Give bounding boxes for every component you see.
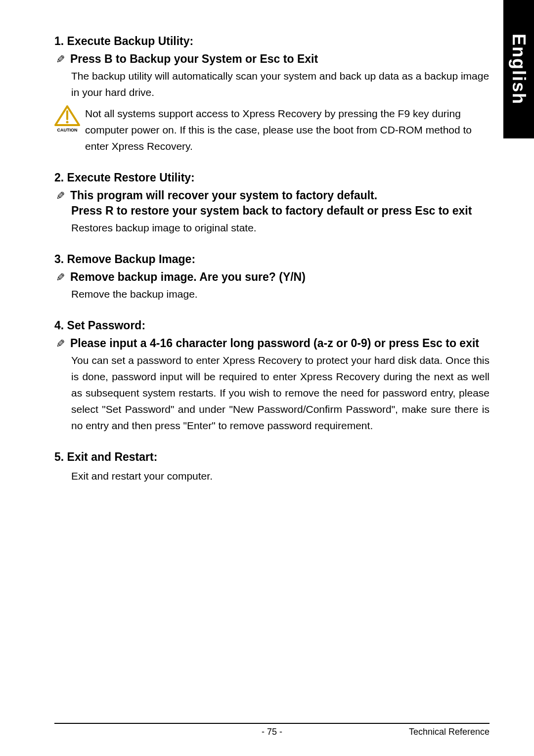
section-4-title: 4. Set Password: bbox=[54, 319, 490, 332]
section-3-title: 3. Remove Backup Image: bbox=[54, 253, 490, 266]
section-backup: 1. Execute Backup Utility: ✎ Press B to … bbox=[54, 35, 490, 154]
svg-point-2 bbox=[66, 121, 69, 124]
caution-icon: CAUTION bbox=[54, 105, 80, 135]
footer-row: - 75 - Technical Reference bbox=[54, 727, 490, 737]
section-4-subtitle: Please input a 4-16 character long passw… bbox=[70, 336, 479, 350]
section-2-sub-row: ✎ This program will recover your system … bbox=[54, 188, 490, 202]
section-4-body: You can set a password to enter Xpress R… bbox=[71, 352, 490, 434]
footer-divider bbox=[54, 723, 490, 724]
section-1-sub-row: ✎ Press B to Backup your System or Esc t… bbox=[54, 52, 490, 66]
page-footer: - 75 - Technical Reference bbox=[54, 723, 490, 737]
section-remove: 3. Remove Backup Image: ✎ Remove backup … bbox=[54, 253, 490, 302]
pencil-icon: ✎ bbox=[53, 271, 67, 282]
section-2-title: 2. Execute Restore Utility: bbox=[54, 171, 490, 184]
language-tab-label: English bbox=[508, 34, 529, 105]
section-1-title: 1. Execute Backup Utility: bbox=[54, 35, 490, 48]
section-4-sub-row: ✎ Please input a 4-16 character long pas… bbox=[54, 336, 490, 350]
section-2-body: Restores backup image to original state. bbox=[71, 220, 490, 236]
pencil-icon: ✎ bbox=[53, 338, 67, 349]
section-2-subtitle: This program will recover your system to… bbox=[70, 188, 377, 202]
section-3-body: Remove the backup image. bbox=[71, 286, 490, 302]
section-1-subtitle: Press B to Backup your System or Esc to … bbox=[70, 52, 318, 66]
section-5-title: 5. Exit and Restart: bbox=[54, 450, 490, 464]
doc-reference: Technical Reference bbox=[391, 727, 490, 737]
section-3-subtitle: Remove backup image. Are you sure? (Y/N) bbox=[70, 270, 306, 284]
language-tab: English bbox=[503, 0, 534, 138]
section-5-body: Exit and restart your computer. bbox=[71, 468, 490, 484]
section-2-subtitle2: Press R to restore your system back to f… bbox=[71, 204, 490, 218]
section-restore: 2. Execute Restore Utility: ✎ This progr… bbox=[54, 171, 490, 236]
pencil-icon: ✎ bbox=[53, 190, 67, 201]
section-password: 4. Set Password: ✎ Please input a 4-16 c… bbox=[54, 319, 490, 434]
section-exit: 5. Exit and Restart: Exit and restart yo… bbox=[54, 450, 490, 484]
section-1-body: The backup utility will automatically sc… bbox=[71, 68, 490, 100]
page-container: English 1. Execute Backup Utility: ✎ Pre… bbox=[0, 0, 534, 756]
caution-block: CAUTION Not all systems support access t… bbox=[54, 105, 490, 154]
caution-text: Not all systems support access to Xpress… bbox=[85, 105, 490, 154]
section-3-sub-row: ✎ Remove backup image. Are you sure? (Y/… bbox=[54, 270, 490, 284]
pencil-icon: ✎ bbox=[53, 53, 67, 64]
caution-label: CAUTION bbox=[57, 128, 78, 133]
footer-spacer bbox=[54, 727, 153, 737]
page-number: - 75 - bbox=[153, 727, 391, 737]
